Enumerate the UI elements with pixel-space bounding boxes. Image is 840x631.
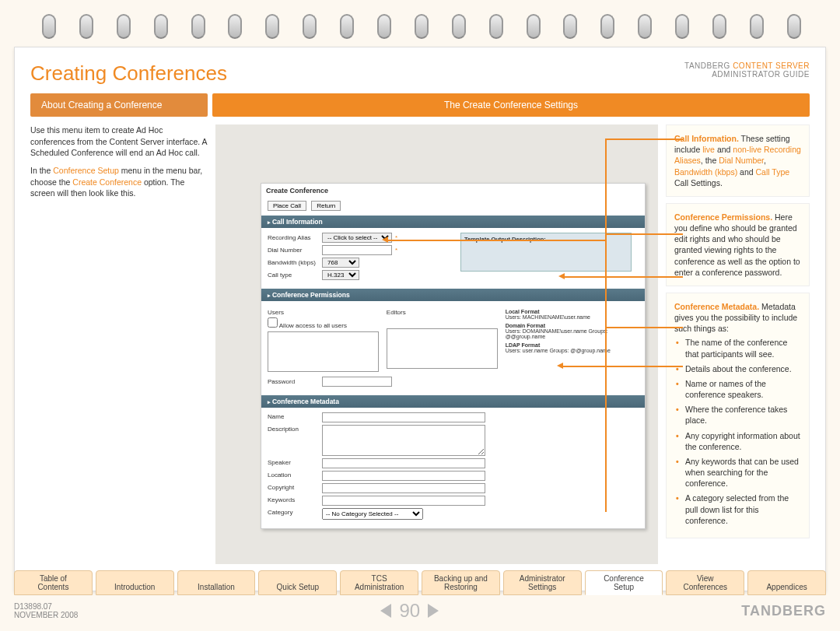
tab-quick-setup[interactable]: Quick Setup [258,570,337,595]
label-meta-speaker: Speaker [268,458,322,466]
doc-date: NOVEMBER 2008 [14,611,78,619]
label-password: Password [268,378,322,385]
meta-location-input[interactable] [322,471,485,481]
label-users: Users [268,309,379,316]
meta-speaker-input[interactable] [322,458,485,468]
return-button[interactable]: Return [311,201,341,211]
meta-bullet: The name of the conference that particip… [685,337,801,359]
left-column: Use this menu item to create Ad Hoc conf… [30,124,208,564]
template-output-description: Template Output Description: [460,233,632,272]
tab-introduction[interactable]: Introduction [96,570,174,595]
dial-number-input[interactable] [322,245,392,255]
prev-page-arrow[interactable] [380,604,391,618]
calltype-select[interactable]: H.323 [322,270,359,280]
meta-description-input[interactable] [322,425,485,456]
meta-bullet: Where the conference takes place. [685,404,801,426]
label-meta-description: Description [268,425,322,433]
tab-table-of-contents[interactable]: Table ofContents [14,570,93,595]
editors-listbox[interactable] [387,328,498,369]
label-call-type: Call type [268,272,322,279]
password-input[interactable] [322,377,392,387]
intro-paragraph: Use this menu item to create Ad Hoc conf… [30,124,208,159]
meta-bullet: Any keywords that can be used when searc… [685,456,801,489]
tab-conference-setup[interactable]: ConferenceSetup [585,570,663,595]
place-call-button[interactable]: Place Call [268,201,306,211]
label-meta-name: Name [268,412,322,420]
how-to-paragraph: In the Conference Setup menu in the menu… [30,165,208,199]
label-recording-alias: Recording Alias [268,234,322,241]
allow-all-checkbox[interactable] [268,317,278,328]
meta-bullet: Name or names of the conference speakers… [685,378,801,400]
label-meta-keywords: Keywords [268,496,322,503]
page-number: 90 [399,600,420,622]
next-page-arrow[interactable] [428,604,439,618]
nav-tabs: Table ofContents Introduction Installati… [14,570,826,595]
doc-number: D13898.07 [14,602,78,611]
label-ldap-format: LDAP Format [506,342,541,348]
meta-bullet: Any copyright information about the conf… [685,430,801,452]
recording-alias-select[interactable]: -- Click to select -- [322,233,392,243]
callout-conference-permissions: Conference Permissions. Here you define … [666,203,810,286]
meta-bullet: Details about the conference. [685,363,801,374]
section-tab-settings: The Create Conference Settings [212,93,810,117]
section-conference-permissions: Conference Permissions [261,289,645,301]
tab-installation[interactable]: Installation [177,570,256,595]
content-sheet: Creating Conferences TANDBERG CONTENT SE… [14,47,826,591]
label-meta-category: Category [268,508,322,516]
label-meta-copyright: Copyright [268,483,322,491]
bandwidth-select[interactable]: 768 [322,258,359,268]
section-conference-metadata: Conference Metadata [261,395,645,408]
screenshot-area: Create Conference Place Call Return Call… [215,124,658,564]
label-meta-location: Location [268,471,322,479]
footer: D13898.07 NOVEMBER 2008 90 TANDBERG [14,600,826,622]
header-meta: TANDBERG CONTENT SERVER ADMINISTRATOR GU… [684,61,810,79]
tab-tcs-administration[interactable]: TCSAdministration [340,570,418,595]
page-title: Creating Conferences [30,61,227,86]
callout-conference-metadata: Conference Metadata. Metadata gives you … [666,293,810,538]
label-allow-all: Allow access to all users [279,322,347,329]
label-local-format: Local Format [506,309,540,314]
meta-name-input[interactable] [322,412,485,422]
callout-call-information: Call Information. These setting include … [666,124,810,197]
panel-title: Create Conference [261,184,645,198]
spiral-binding [14,14,826,47]
right-column: Call Information. These setting include … [666,124,810,564]
section-call-information: Call Information [261,216,645,228]
meta-bullet: A category selected from the pull down l… [685,493,801,526]
label-domain-format: Domain Format [506,323,545,328]
section-tab-about: About Creating a Conference [30,93,208,117]
label-editors: Editors [387,309,498,316]
label-bandwidth: Bandwidth (kbps) [268,259,322,266]
tandberg-logo: TANDBERG [741,603,826,619]
tab-appendices[interactable]: Appendices [747,570,826,595]
tab-backing-up[interactable]: Backing up andRestoring [422,570,500,595]
create-conference-panel: Create Conference Place Call Return Call… [261,183,646,529]
page: Creating Conferences TANDBERG CONTENT SE… [0,0,840,631]
meta-category-select[interactable]: -- No Category Selected -- [322,508,423,520]
tab-admin-settings[interactable]: AdministratorSettings [503,570,582,595]
meta-copyright-input[interactable] [322,483,485,493]
meta-keywords-input[interactable] [322,496,485,506]
tab-view-conferences[interactable]: ViewConferences [666,570,744,595]
label-dial-number: Dial Number [268,247,322,254]
users-listbox[interactable] [268,331,379,372]
